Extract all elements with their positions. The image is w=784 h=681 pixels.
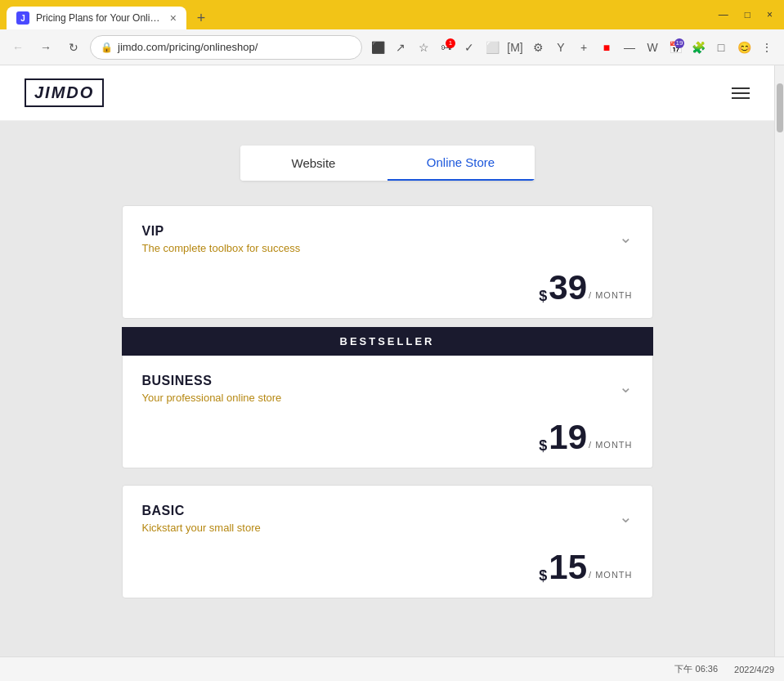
vip-plan-tagline: The complete toolbox for success <box>142 242 619 254</box>
basic-price-amount: 15 <box>549 550 587 585</box>
hamburger-line-2 <box>732 92 750 94</box>
address-text: jimdo.com/pricing/onlineshop/ <box>118 41 352 53</box>
new-tab-button[interactable]: + <box>190 7 213 29</box>
business-plan-info: BUSINESS Your professional online store <box>142 374 619 404</box>
extension-icon-5[interactable]: ⚙ <box>527 37 549 58</box>
basic-price-period: / MONTH <box>589 570 632 580</box>
tab-close-button[interactable]: × <box>170 11 177 25</box>
main-area: JIMDO Website Online Store <box>0 65 774 656</box>
status-date: 2022/4/29 <box>734 665 774 674</box>
business-price-dollar: $ <box>539 437 547 455</box>
extension-icon-4[interactable]: [M] <box>504 37 526 58</box>
business-price-area: $ 19 / MONTH <box>142 420 633 455</box>
business-card-inner: BUSINESS Your professional online store … <box>142 374 633 404</box>
hamburger-line-3 <box>732 97 750 99</box>
plan-type-switcher: Website Online Store <box>240 146 535 181</box>
status-bar: 下午 06:36 2022/4/29 <box>0 656 784 681</box>
bookmark-icon[interactable]: ☆ <box>413 37 434 58</box>
extension-icon-7[interactable]: + <box>573 37 594 58</box>
vip-plan-info: VIP The complete toolbox for success <box>142 224 619 254</box>
basic-plan-tagline: Kickstart your small store <box>142 522 619 534</box>
basic-card-inner: BASIC Kickstart your small store ⌄ <box>142 504 633 534</box>
basic-plan-info: BASIC Kickstart your small store <box>142 504 619 534</box>
vip-card-inner: VIP The complete toolbox for success ⌄ <box>142 224 633 254</box>
jimdo-logo: JIMDO <box>25 78 104 107</box>
tab-title: Pricing Plans for Your Online St <box>36 12 164 24</box>
vip-price-amount: 39 <box>549 271 587 305</box>
extension-icon-9[interactable]: — <box>619 37 640 58</box>
forward-button[interactable]: → <box>34 36 57 59</box>
site-header: JIMDO <box>0 65 774 121</box>
business-price-amount: 19 <box>549 420 587 455</box>
business-chevron-icon[interactable]: ⌄ <box>619 377 633 397</box>
basic-chevron-icon[interactable]: ⌄ <box>619 507 633 526</box>
basic-price-dollar: $ <box>539 567 547 585</box>
status-time: 下午 06:36 <box>674 663 718 675</box>
close-window-button[interactable]: × <box>762 7 777 22</box>
extension-icon-13[interactable]: □ <box>710 37 732 58</box>
plans-container: VIP The complete toolbox for success ⌄ $… <box>122 205 653 607</box>
toolbar-icons: ⬛ ↗ ☆ 🗝 1 ✓ ⬜ [M] ⚙ Y + ■ — W 📅 19 🧩 □ 😊… <box>367 37 777 58</box>
bestseller-group: BESTSELLER BUSINESS Your professional on… <box>122 327 653 477</box>
pricing-section: Website Online Store VIP The complete to… <box>0 121 774 656</box>
active-tab[interactable]: J Pricing Plans for Your Online St × <box>7 7 186 29</box>
browser-frame: J Pricing Plans for Your Online St × + —… <box>0 0 784 681</box>
tab-favicon: J <box>16 11 29 25</box>
reload-button[interactable]: ↻ <box>62 36 85 59</box>
website-tab[interactable]: Website <box>240 146 388 181</box>
vip-plan-name: VIP <box>142 224 619 239</box>
scrollbar-thumb[interactable] <box>777 83 783 132</box>
business-plan-tagline: Your professional online store <box>142 392 619 404</box>
extension-icon-6[interactable]: Y <box>550 37 571 58</box>
scrollbar[interactable] <box>774 65 784 656</box>
badge-1: 1 <box>446 38 455 48</box>
business-plan-name: BUSINESS <box>142 374 619 388</box>
lock-icon: 🔒 <box>101 42 113 53</box>
extension-icon-2[interactable]: ✓ <box>459 37 480 58</box>
bestseller-banner: BESTSELLER <box>122 327 653 356</box>
minimize-button[interactable]: — <box>714 7 733 22</box>
profile-icon[interactable]: 😊 <box>733 37 755 58</box>
page-content: JIMDO Website Online Store <box>0 65 784 656</box>
business-price-period: / MONTH <box>589 440 632 450</box>
navigation-toolbar: ← → ↻ 🔒 jimdo.com/pricing/onlineshop/ ⬛ … <box>0 29 784 65</box>
basic-price-area: $ 15 / MONTH <box>142 550 633 585</box>
extension-icon-11[interactable]: 📅 19 <box>665 37 686 58</box>
extension-icon-3[interactable]: ⬜ <box>482 37 503 58</box>
badge-19: 19 <box>674 38 684 48</box>
extension-icon-1[interactable]: 🗝 1 <box>436 37 457 58</box>
basic-plan-card[interactable]: BASIC Kickstart your small store ⌄ $ 15 … <box>122 485 653 598</box>
business-plan-card[interactable]: BUSINESS Your professional online store … <box>122 356 653 468</box>
hamburger-menu[interactable] <box>732 87 750 99</box>
extension-icon-10[interactable]: W <box>642 37 663 58</box>
address-bar[interactable]: 🔒 jimdo.com/pricing/onlineshop/ <box>90 35 362 60</box>
hamburger-line-1 <box>732 87 750 89</box>
tab-area: J Pricing Plans for Your Online St × + <box>7 0 710 29</box>
basic-plan-name: BASIC <box>142 504 619 518</box>
back-button[interactable]: ← <box>7 36 29 59</box>
vip-price-period: / MONTH <box>589 290 632 300</box>
vip-price-area: $ 39 / MONTH <box>142 271 633 305</box>
extension-icon-12[interactable]: 🧩 <box>688 37 709 58</box>
menu-button[interactable]: ⋮ <box>756 37 777 58</box>
extension-icon-8[interactable]: ■ <box>596 37 617 58</box>
window-controls: — □ × <box>714 7 777 22</box>
online-store-tab[interactable]: Online Store <box>388 146 535 181</box>
title-bar: J Pricing Plans for Your Online St × + —… <box>0 0 784 29</box>
vip-price-dollar: $ <box>539 288 547 305</box>
vip-chevron-icon[interactable]: ⌄ <box>619 227 633 247</box>
maximize-button[interactable]: □ <box>740 7 755 22</box>
cast-icon[interactable]: ⬛ <box>367 37 388 58</box>
vip-plan-card[interactable]: VIP The complete toolbox for success ⌄ $… <box>122 205 653 319</box>
share-icon[interactable]: ↗ <box>390 37 411 58</box>
